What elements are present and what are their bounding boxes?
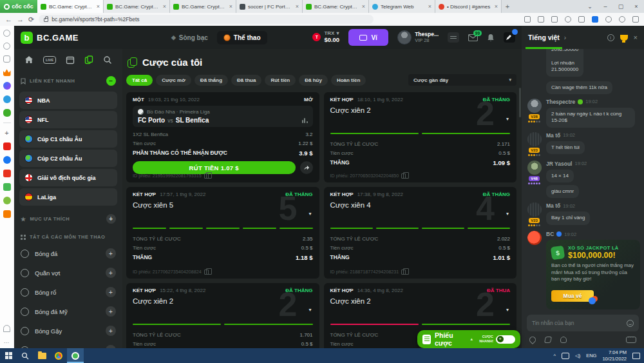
back-icon[interactable]: ← — [5, 15, 12, 23]
expand-legs-icon[interactable]: ▾ — [506, 116, 509, 122]
sidebar-item-nba[interactable]: NBA — [19, 92, 117, 109]
home-icon[interactable] — [24, 55, 33, 64]
nav-casino-link[interactable]: ◆ Sòng bạc — [171, 34, 208, 41]
avatar[interactable] — [527, 231, 542, 245]
avatar[interactable] — [527, 132, 542, 146]
notification-bell-icon[interactable] — [3, 325, 10, 332]
bcgame-logo[interactable]: b BC.GAME — [21, 32, 79, 44]
filter-cashout[interactable]: Rút tiền — [265, 75, 296, 86]
buy-ticket-button[interactable]: Mua vé — [551, 290, 594, 302]
filter-refund[interactable]: Hoàn tiền — [331, 75, 366, 86]
copy-icon[interactable] — [401, 270, 406, 275]
tab-close-icon[interactable]: × — [428, 3, 431, 10]
sidebar-item-american-football[interactable]: Bóng đá Mỹ+ — [14, 302, 122, 321]
newsfeed-icon[interactable] — [3, 55, 10, 63]
tab-close-icon[interactable]: × — [229, 3, 232, 10]
sidebar-item-nfl[interactable]: NFL — [19, 111, 117, 128]
expand-sport-button[interactable]: + — [106, 268, 116, 278]
chat-input[interactable]: Tin nhắn của bạn — [527, 315, 639, 331]
messenger-icon[interactable] — [3, 82, 11, 90]
sidebar-item-cricket[interactable]: Bóng Gậy+ — [14, 321, 122, 340]
sale-promo-icon[interactable] — [3, 170, 11, 177]
url-field[interactable]: bc.game/vi/sports?bt-path=%2Fbets — [39, 15, 374, 24]
filter-won[interactable]: Đã thắng — [194, 75, 228, 86]
filter-cancelled[interactable]: Đã hủy — [299, 75, 328, 86]
keyboard-icon[interactable] — [626, 337, 636, 343]
promo-ball-icon[interactable] — [3, 197, 11, 204]
expand-sport-button[interactable]: + — [106, 306, 116, 317]
filter-all[interactable]: Tất cả — [126, 75, 153, 86]
chrome-icon[interactable] — [50, 348, 67, 363]
forward-icon[interactable]: → — [17, 15, 24, 23]
taskbar-search-icon[interactable] — [17, 348, 33, 363]
window-close-button[interactable]: × — [629, 3, 644, 10]
search-icon[interactable] — [103, 55, 112, 64]
taskbar-clock[interactable]: 7:04 PM10/21/2022 — [602, 349, 627, 362]
sidebar-item-champions-league[interactable]: Cúp C1 châu Âu — [19, 130, 117, 148]
emoji-picker-icon[interactable] — [627, 320, 634, 327]
coccoc-menu-button[interactable]: cốc cốc — [0, 0, 37, 13]
window-maximize-button[interactable]: ▢ — [613, 3, 629, 10]
history-icon[interactable] — [3, 43, 10, 50]
chat-language-tab[interactable]: Tiếng việt — [528, 26, 560, 49]
chat-username[interactable]: Ma tố — [546, 202, 560, 209]
avatar[interactable] — [527, 202, 542, 217]
share-bet-button[interactable] — [300, 161, 313, 174]
rules-info-icon[interactable]: i — [607, 34, 614, 41]
settings-gear-icon[interactable] — [3, 30, 10, 37]
expand-sport-button[interactable]: + — [106, 326, 116, 336]
bookmark-star-icon[interactable] — [565, 16, 571, 23]
share-page-icon[interactable] — [551, 16, 558, 23]
add-favorite-button[interactable]: + — [106, 214, 116, 224]
gift-icon[interactable] — [3, 183, 11, 191]
wallet-button[interactable]: Ví — [348, 29, 388, 46]
avatar[interactable] — [527, 99, 542, 113]
expand-legs-icon[interactable]: ▾ — [308, 307, 311, 313]
sidebar-item-europa-league[interactable]: Cúp C2 châu Âu — [19, 150, 117, 167]
reload-icon[interactable]: ⟳ — [28, 15, 34, 24]
sidebar-item-laliga[interactable]: LaLiga — [19, 188, 117, 206]
browser-tab[interactable]: • Discord | #games × — [435, 0, 502, 13]
chat-username[interactable]: BC — [546, 231, 554, 237]
expand-sport-button[interactable]: + — [106, 248, 116, 259]
gamepad-icon[interactable] — [3, 109, 11, 117]
browser-tab[interactable]: BC.Game: Crypto Casino × — [37, 0, 104, 13]
browser-tab[interactable]: soccer | FC Porto vs SL B × — [236, 0, 303, 13]
profile-icon[interactable] — [619, 16, 625, 23]
network-icon[interactable] — [562, 353, 569, 359]
rain-icon[interactable] — [528, 335, 537, 344]
new-tab-button[interactable]: + — [502, 0, 513, 13]
sidebar-item-tennis[interactable]: Quần vợt+ — [14, 263, 122, 282]
browser-tab[interactable]: BC.Game: Crypto Casino × — [104, 0, 170, 13]
more-icon[interactable]: … — [4, 338, 10, 344]
browser-tab[interactable]: BC.Game: Crypto Casino × — [170, 0, 236, 13]
file-explorer-icon[interactable] — [33, 348, 50, 363]
save-page-icon[interactable] — [524, 16, 531, 23]
tab-search-icon[interactable]: ⌄ — [582, 3, 598, 10]
quick-bet-toggle[interactable] — [496, 335, 515, 344]
expand-sport-button[interactable]: + — [106, 287, 116, 297]
chat-username[interactable]: JR Yasoul — [546, 161, 572, 167]
live-icon[interactable]: LIVE — [43, 56, 56, 64]
stats-icon[interactable] — [302, 118, 308, 123]
sidebar-item-soccer[interactable]: Bóng đá+ — [14, 244, 122, 263]
sync-icon[interactable] — [605, 16, 612, 23]
sidebar-item-premier-league[interactable]: Giải vô địch quốc gia — [19, 169, 117, 186]
copy-icon[interactable] — [204, 270, 209, 275]
download-active-icon[interactable] — [592, 16, 598, 23]
zalo-icon[interactable] — [3, 95, 11, 103]
shield-icon[interactable] — [578, 16, 585, 23]
bet-history-icon[interactable] — [448, 32, 459, 43]
chat-username[interactable]: Ma tố — [546, 132, 560, 139]
tab-close-icon[interactable]: × — [163, 3, 166, 10]
browser-tab[interactable]: BC.Game: Crypto Casino × — [303, 0, 369, 13]
sidebar-item-basketball[interactable]: Bóng rổ+ — [14, 282, 122, 302]
user-profile[interactable]: Thespe... VIP 28 — [397, 30, 439, 44]
quick-chat-button[interactable] — [504, 32, 515, 43]
expand-legs-icon[interactable]: ▾ — [308, 211, 311, 217]
tab-close-icon[interactable]: × — [495, 3, 498, 10]
tab-close-icon[interactable]: × — [97, 3, 100, 10]
match-box[interactable]: Bồ Đào Nha · Primeira Liga FC Porto vs S… — [133, 106, 313, 127]
tab-close-icon[interactable]: × — [362, 3, 365, 10]
sort-dropdown[interactable]: Cược gần đây ▾ — [408, 74, 516, 86]
